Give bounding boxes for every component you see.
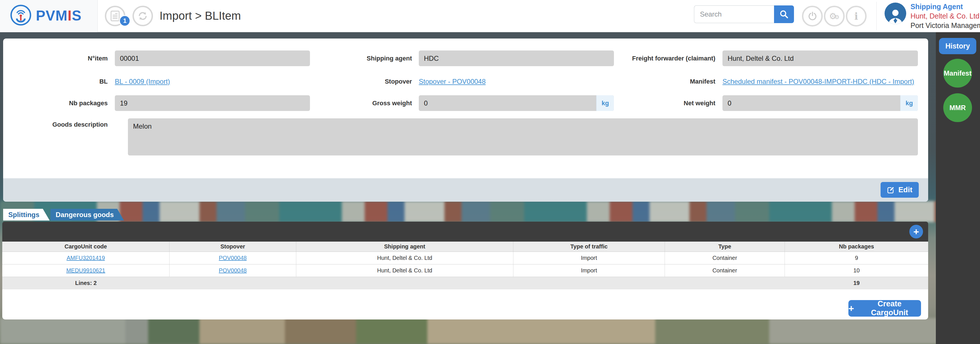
nb-packages-label: Nb packages bbox=[3, 95, 108, 111]
cargounit-link[interactable]: MEDU9910621 bbox=[66, 267, 105, 274]
manifest-label: Manifest bbox=[614, 74, 715, 89]
cargounit-link[interactable]: AMFU3201419 bbox=[67, 255, 105, 261]
shipping-agent-cell: Hunt, Deltel & Co. Ltd bbox=[296, 252, 513, 264]
shipping-agent-cell: Hunt, Deltel & Co. Ltd bbox=[296, 264, 513, 277]
n-item-label: N°item bbox=[3, 51, 108, 66]
side-action-rail: History Manifest MMR bbox=[936, 32, 980, 344]
power-icon bbox=[807, 11, 818, 21]
settings-button[interactable]: ⚙⚙ bbox=[824, 6, 845, 27]
background-port-aerial bbox=[0, 318, 980, 344]
search-bar bbox=[694, 5, 794, 23]
top-header: PVMIS 1 Import > BLItem bbox=[0, 0, 980, 32]
panel-action-strip: Edit bbox=[3, 178, 928, 202]
plus-icon: + bbox=[848, 304, 854, 313]
gears-icon: ⚙⚙ bbox=[829, 12, 840, 21]
table-footer-row: Lines: 2 19 bbox=[2, 277, 928, 289]
background-container-yard bbox=[0, 201, 980, 222]
documents-count-badge: 1 bbox=[119, 15, 130, 27]
table-row: AMFU3201419 POV00048 Hunt, Deltel & Co. … bbox=[2, 252, 928, 264]
history-button[interactable]: History bbox=[939, 38, 976, 54]
add-splitting-button[interactable]: + bbox=[909, 225, 923, 238]
bl-link[interactable]: BL - 0009 (Import) bbox=[115, 78, 170, 86]
lines-count: Lines: 2 bbox=[2, 277, 170, 289]
col-stopover: Stopover bbox=[170, 242, 296, 251]
type-cell: Container bbox=[665, 264, 785, 277]
traffic-cell: Import bbox=[513, 252, 665, 264]
header-divider bbox=[876, 2, 877, 30]
gross-weight-value: 0 bbox=[424, 99, 428, 107]
n-item-field[interactable]: 00001 bbox=[115, 51, 310, 66]
stopover-label: Stopover bbox=[311, 74, 412, 89]
edit-pencil-icon bbox=[887, 186, 895, 194]
nb-packages-cell: 10 bbox=[785, 264, 928, 277]
create-cargounit-button[interactable]: + Create CargoUnit bbox=[848, 300, 921, 317]
gross-weight-field[interactable]: 0kg bbox=[419, 95, 614, 111]
refresh-icon bbox=[137, 11, 148, 21]
info-button[interactable]: i bbox=[846, 6, 867, 27]
col-type-of-traffic: Type of traffic bbox=[513, 242, 665, 251]
traffic-cell: Import bbox=[513, 264, 665, 277]
person-icon bbox=[887, 7, 904, 24]
goods-description-label: Goods description bbox=[3, 120, 108, 129]
nb-packages-field[interactable]: 19 bbox=[115, 95, 310, 111]
col-nb-packages: Nb packages bbox=[785, 242, 928, 251]
app-screen: PVMIS 1 Import > BLItem bbox=[0, 0, 980, 344]
manifest-button[interactable]: Manifest bbox=[943, 59, 972, 88]
freight-forwarder-field[interactable]: Hunt, Deltel & Co. Ltd bbox=[722, 51, 918, 66]
nb-packages-cell: 9 bbox=[785, 252, 928, 264]
info-icon: i bbox=[854, 11, 858, 22]
gross-weight-unit: kg bbox=[596, 95, 614, 111]
table-row: MEDU9910621 POV00048 Hunt, Deltel & Co. … bbox=[2, 264, 928, 277]
splittings-table-panel: CargoUnit code Stopover Shipping agent T… bbox=[2, 242, 928, 320]
manifest-link[interactable]: Scheduled manifest - POV00048-IMPORT-HDC… bbox=[722, 78, 914, 86]
total-packages: 19 bbox=[785, 277, 928, 289]
stopover-cell-link[interactable]: POV00048 bbox=[219, 255, 247, 261]
col-shipping-agent: Shipping agent bbox=[296, 242, 513, 251]
bl-label: BL bbox=[3, 74, 108, 89]
table-header-row: CargoUnit code Stopover Shipping agent T… bbox=[2, 242, 928, 252]
search-icon bbox=[779, 10, 789, 19]
pvmis-logo-icon bbox=[10, 5, 31, 26]
search-button[interactable] bbox=[774, 5, 794, 23]
edit-button[interactable]: Edit bbox=[881, 182, 919, 198]
net-weight-value: 0 bbox=[728, 99, 731, 107]
shipping-agent-field[interactable]: HDC bbox=[419, 51, 614, 66]
splittings-toolbar: + bbox=[2, 222, 928, 242]
stopover-cell-link[interactable]: POV00048 bbox=[219, 267, 247, 274]
tab-dangerous-goods-label: Dangerous goods bbox=[56, 211, 114, 219]
net-weight-label: Net weight bbox=[614, 95, 715, 111]
blitem-detail-panel: N°item 00001 Shipping agent HDC Freight … bbox=[3, 38, 928, 202]
user-role: Shipping Agent bbox=[910, 2, 980, 11]
net-weight-unit: kg bbox=[900, 95, 918, 111]
user-avatar[interactable] bbox=[885, 3, 906, 24]
search-input[interactable] bbox=[694, 5, 774, 23]
goods-description-field[interactable]: Melon bbox=[128, 118, 918, 155]
app-logo-text: PVMIS bbox=[36, 0, 82, 32]
mmr-button[interactable]: MMR bbox=[943, 93, 972, 122]
logout-button[interactable] bbox=[802, 6, 823, 27]
shipping-agent-label: Shipping agent bbox=[311, 51, 412, 66]
create-cargounit-label: Create CargoUnit bbox=[858, 299, 921, 317]
freight-forwarder-label: Freight forwarder (claimant) bbox=[614, 51, 715, 66]
logo-area: PVMIS bbox=[0, 0, 98, 32]
edit-button-label: Edit bbox=[898, 186, 912, 194]
detail-tabs: Splittings Dangerous goods bbox=[3, 209, 124, 221]
col-type: Type bbox=[665, 242, 785, 251]
user-organization: Port Victoria Managem bbox=[910, 21, 980, 30]
refresh-button[interactable] bbox=[132, 6, 153, 26]
user-company: Hunt, Deltel & Co. Ltd bbox=[910, 11, 980, 21]
user-info[interactable]: Shipping Agent Hunt, Deltel & Co. Ltd Po… bbox=[910, 2, 980, 30]
gross-weight-label: Gross weight bbox=[311, 95, 412, 111]
document-icon bbox=[110, 10, 120, 22]
page-title: Import > BLItem bbox=[159, 0, 241, 32]
tab-splittings[interactable]: Splittings bbox=[3, 209, 49, 221]
type-cell: Container bbox=[665, 252, 785, 264]
col-cargounit-code: CargoUnit code bbox=[2, 242, 170, 251]
tab-splittings-label: Splittings bbox=[8, 211, 39, 219]
stopover-link[interactable]: Stopover - POV00048 bbox=[419, 78, 486, 86]
net-weight-field[interactable]: 0kg bbox=[722, 95, 918, 111]
tab-dangerous-goods[interactable]: Dangerous goods bbox=[51, 209, 124, 221]
